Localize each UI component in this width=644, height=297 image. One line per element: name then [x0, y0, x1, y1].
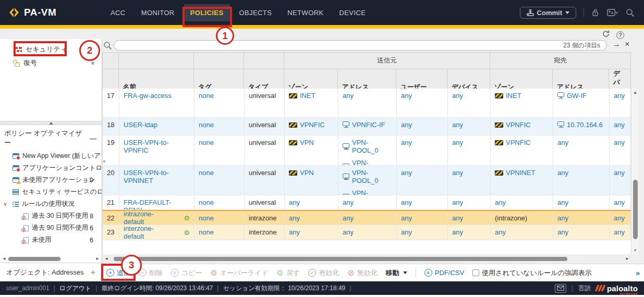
override-button[interactable]: ⚙ オーバーライド — [211, 268, 269, 278]
scroll-left-icon[interactable]: ◄ — [0, 257, 8, 261]
unused-rule-icon — [22, 213, 29, 219]
table-body: 17 FRA-gw-access none universal INET any… — [102, 89, 631, 254]
scroll-down-icon[interactable]: ▼ — [633, 248, 637, 253]
copy-button[interactable]: ≡ コピー — [171, 268, 202, 278]
tab-acc[interactable]: ACC — [104, 4, 132, 21]
zone-icon — [495, 122, 503, 128]
policy-optimizer-title: ポリシー オプティマイザー — — [0, 125, 102, 150]
move-dropdown[interactable]: 移動 — [386, 268, 407, 278]
rule-name-link[interactable]: FRA-DEFAULT-DENY — [124, 199, 190, 209]
predefined-rule-gear-icon: ⚙ — [184, 229, 190, 237]
predefined-rule-gear-icon: ⚙ — [184, 214, 190, 222]
address-icon — [557, 92, 564, 97]
scroll-right-icon[interactable]: ► — [93, 257, 102, 261]
unused-apps-count: 0 — [90, 177, 93, 184]
optimizer-item-unused-30[interactable]: 過去 30 日間不使用 8 — [0, 210, 102, 222]
navbar-right-controls: Commit — [520, 7, 644, 19]
table-row[interactable]: 23 interzone-default ⚙ none interzone an… — [103, 225, 631, 240]
table-row-highlighted[interactable]: 22 intrazone-default ⚙ none intrazone an… — [103, 210, 631, 225]
decryption-lock-icon — [15, 63, 20, 67]
scroll-left-icon[interactable]: ◄ — [102, 257, 111, 261]
panel-collapse-arrow-icon[interactable]: ◄ — [102, 159, 106, 164]
clear-filter-icon[interactable]: × — [625, 40, 629, 49]
commit-icon — [527, 9, 534, 16]
envelope-icon[interactable] — [555, 284, 566, 293]
rulebase-panel: 23 個の項目s → × 送信元 宛先 名前 タグ タイプ ゾーン アドレス ユ — [102, 39, 644, 281]
language-link[interactable]: 言語 — [578, 284, 591, 293]
scrollbar-thumb[interactable] — [8, 257, 60, 261]
enable-button[interactable]: ✓ 有効化 — [308, 268, 339, 278]
more-options-icon[interactable]: » — [636, 269, 640, 277]
filter-input[interactable]: 23 個の項目s — [114, 40, 607, 51]
revert-button[interactable]: ⚙ 戻す — [277, 268, 300, 278]
pdf-csv-button[interactable]: ≡ PDF/CSV — [424, 269, 464, 277]
zone-icon — [495, 170, 503, 176]
minimize-icon[interactable]: — — [90, 134, 96, 142]
optimizer-item-app-control[interactable]: アプリケーションコントロール — [0, 162, 102, 174]
tab-monitor[interactable]: MONITOR — [135, 4, 181, 21]
rule-name-link[interactable]: intrazone-default — [124, 211, 172, 225]
table-row[interactable]: 17 FRA-gw-access none universal INET any… — [103, 89, 631, 118]
annotation-box-security — [14, 41, 67, 56]
navbar-divider — [584, 8, 584, 17]
scroll-right-icon[interactable]: ► — [623, 257, 631, 261]
optimizer-item-security-log[interactable]: セキュリティ サービスのログ — [0, 186, 102, 198]
scrollbar-thumb[interactable] — [633, 180, 638, 239]
sidebar-splitter[interactable] — [0, 121, 102, 125]
table-horizontal-scrollbar[interactable]: ◄ ► — [102, 254, 639, 264]
scroll-up-icon[interactable]: ▲ — [633, 90, 637, 95]
table-row[interactable]: 20 USER-VPN-to-VPNINET none universal VP… — [103, 166, 631, 195]
optimizer-item-unused-apps[interactable]: 未使用アプリケーション 0 — [0, 174, 102, 186]
chevron-down-icon[interactable]: ∨ — [3, 201, 7, 207]
optimizer-item-rule-usage[interactable]: ∨ ルールの使用状況 — [0, 198, 102, 210]
delete-button[interactable]: − 削除 — [139, 268, 163, 278]
save-config-icon[interactable] — [607, 8, 618, 17]
sidebar: セキュリティ 復号 ポリシー オプティマイザー — New App Viewer… — [0, 39, 102, 281]
address-icon — [343, 164, 349, 166]
tab-device[interactable]: DEVICE — [333, 4, 372, 21]
refresh-icon[interactable] — [602, 30, 610, 40]
filter-search-icon — [103, 41, 112, 50]
rule-name-link[interactable]: interzone-default — [124, 225, 172, 240]
tab-objects[interactable]: OBJECTS — [233, 4, 278, 21]
optimizer-item-new-app-viewer[interactable]: New App Viewer (新しいアプリ — [0, 150, 102, 162]
commit-chevron-down-icon — [565, 11, 569, 14]
app-window-red-dot-icon — [13, 153, 19, 159]
pa-vm-logo-icon — [8, 7, 20, 18]
optimizer-item-unused[interactable]: 未使用 6 — [0, 234, 102, 246]
help-icon[interactable]: ? — [616, 31, 624, 39]
item-count-badge: 23 個の項目s — [563, 41, 606, 50]
commit-button[interactable]: Commit — [520, 7, 576, 19]
optimizer-item-unused-90[interactable]: 過去 90 日間不使用 6 — [0, 222, 102, 234]
global-search-icon[interactable] — [626, 8, 635, 17]
annotation-step-3: 3 — [121, 255, 142, 276]
header-spacer — [244, 52, 284, 69]
lock-icon[interactable] — [591, 8, 600, 17]
rule-name-link[interactable]: USER-VPN-to-VPNINET — [124, 169, 190, 184]
checkbox-icon[interactable] — [472, 269, 479, 276]
rule-name-link[interactable]: FRA-gw-access — [124, 92, 172, 100]
table-header: 送信元 宛先 名前 タグ タイプ ゾーン アドレス ユーザー デバイス ゾーン … — [102, 52, 631, 89]
disable-button[interactable]: ⊘ 無効化 — [347, 268, 377, 278]
sidebar-horizontal-scrollbar[interactable]: ◄ ► — [0, 255, 102, 263]
app-window-red-dot-icon — [13, 165, 19, 171]
table-vertical-scrollbar[interactable]: ▲ ▼ — [631, 89, 639, 254]
tab-network[interactable]: NETWORK — [281, 4, 330, 21]
logout-link[interactable]: ログアウト — [59, 284, 91, 293]
add-object-icon[interactable]: + — [91, 268, 95, 277]
highlight-unused-checkbox[interactable]: 使用されていないルールの強調表示 — [472, 268, 592, 278]
objects-addresses-label[interactable]: オブジェクト: Addresses — [6, 268, 83, 277]
statusbar-right: | 言語 paloalto NETWORKS — [555, 284, 638, 293]
chevron-down-icon — [403, 271, 407, 274]
table-row[interactable]: 21 FRA-DEFAULT-DENY none universal any a… — [103, 195, 631, 210]
apply-filter-arrow-icon[interactable]: → — [612, 40, 621, 49]
table-row[interactable]: 19 USER-VPN-to-VPNFIC none universal VPN… — [103, 135, 631, 166]
zone-icon — [289, 170, 297, 176]
rule-name-link[interactable]: USER-VPN-to-VPNFIC — [124, 139, 190, 154]
rule-name-link[interactable]: USER-ldap — [124, 121, 157, 129]
header-spacer — [102, 52, 119, 69]
policy-optimizer-panel: ポリシー オプティマイザー — New App Viewer (新しいアプリ ア… — [0, 125, 102, 255]
table-row[interactable]: 18 USER-ldap none universal VPNFIC VPNFI… — [103, 118, 631, 135]
zone-icon — [495, 140, 503, 145]
scrollbar-thumb[interactable] — [114, 257, 567, 261]
